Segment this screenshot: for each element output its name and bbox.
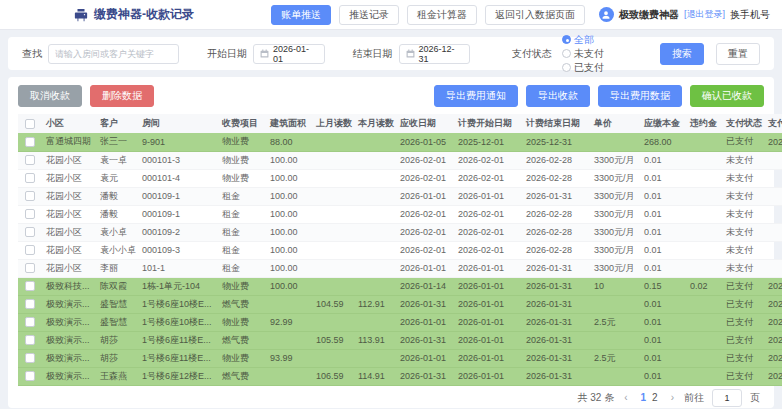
row-checkbox[interactable]: [25, 137, 35, 147]
radio-icon: [562, 63, 571, 72]
next-page-icon[interactable]: ›: [669, 392, 676, 403]
table-row: 花园小区李丽101-1租金100.002026-01-012026-01-012…: [18, 259, 782, 277]
end-date-label: 结束日期: [353, 47, 393, 61]
cell: 花园小区: [42, 241, 96, 259]
goto-page-input[interactable]: [712, 389, 742, 407]
cell: 物业费: [218, 349, 266, 367]
topbar-button[interactable]: 租金计算器: [407, 5, 477, 25]
calendar-icon: [406, 49, 415, 58]
cell: 2026-01-05: [396, 133, 454, 151]
radio-icon: [562, 49, 571, 58]
radio-icon: [562, 35, 571, 44]
toolbar-button[interactable]: 导出费用通知: [434, 85, 518, 107]
goto-label: 前往: [684, 391, 704, 405]
row-checkbox[interactable]: [25, 353, 35, 363]
cell: 2026-01-01: [454, 349, 522, 367]
cell: 胡莎: [96, 349, 138, 367]
cell: 3300元/月: [590, 169, 640, 187]
change-phone-link[interactable]: 换手机号: [730, 8, 770, 22]
toolbar-button[interactable]: 取消收款: [18, 85, 82, 107]
search-input[interactable]: [48, 44, 179, 64]
topbar-button[interactable]: 账单推送: [271, 5, 331, 25]
cell: 268.00: [640, 133, 686, 151]
end-date-input[interactable]: 2026-12-31: [399, 44, 471, 64]
cell: 2026-01-01: [454, 187, 522, 205]
radio-label: 全部: [574, 33, 594, 47]
page-number[interactable]: 1: [638, 392, 650, 403]
reset-button[interactable]: 重置: [716, 43, 760, 65]
row-checkbox[interactable]: [25, 335, 35, 345]
total-count: 共 32 条: [578, 391, 615, 405]
table-row: 富通城四期张三一9-901物业费88.002026-01-052025-12-0…: [18, 133, 782, 151]
table-row: 花园小区潘毅000109-1租金100.002026-02-012026-02-…: [18, 205, 782, 223]
cell: [590, 367, 640, 385]
page-number[interactable]: 2: [649, 392, 661, 403]
row-checkbox[interactable]: [25, 281, 35, 291]
topbar-button[interactable]: 推送记录: [339, 5, 399, 25]
cell: [764, 223, 782, 241]
cell-checkbox: [18, 331, 42, 349]
cell: 极致演示...: [42, 295, 96, 313]
cell: 2026-02-28: [522, 241, 590, 259]
topbar-button[interactable]: 返回引入数据页面: [485, 5, 585, 25]
search-button[interactable]: 搜索: [660, 43, 704, 65]
cell: 花园小区: [42, 187, 96, 205]
cell: [354, 277, 396, 295]
cell: 未支付: [722, 205, 764, 223]
cell: 93.99: [266, 349, 312, 367]
header-cell: 小区: [42, 114, 96, 133]
cell: 已支付: [722, 295, 764, 313]
cell: 1号楼6座10楼E...: [138, 313, 218, 331]
pay-status-radio[interactable]: 全部: [562, 33, 594, 47]
cell: 2026-02-01: [454, 169, 522, 187]
cell: 盛智慧: [96, 313, 138, 331]
cell: 2026-01-31: [522, 259, 590, 277]
header-cell: 收费项目: [218, 114, 266, 133]
cell: 0.01: [640, 205, 686, 223]
cell: 0.01: [640, 331, 686, 349]
toolbar-button[interactable]: 导出费用数据: [598, 85, 682, 107]
cell: 100.00: [266, 259, 312, 277]
row-checkbox[interactable]: [25, 245, 35, 255]
top-bar: 缴费神器-收款记录 账单推送推送记录租金计算器返回引入数据页面 极致缴费神器 […: [0, 0, 782, 30]
cell: 已支付: [722, 349, 764, 367]
row-checkbox[interactable]: [25, 191, 35, 201]
row-checkbox[interactable]: [25, 173, 35, 183]
cell-checkbox: [18, 277, 42, 295]
cell: [686, 241, 722, 259]
table-row: 极致演示...胡莎1号楼6座11楼E...物业费93.992026-01-012…: [18, 349, 782, 367]
toolbar-button[interactable]: 删除数据: [90, 85, 154, 107]
pay-status-group: 支付状态 全部未支付已支付: [512, 33, 632, 75]
row-checkbox[interactable]: [25, 155, 35, 165]
cell: [764, 151, 782, 169]
pay-status-radio[interactable]: 未支付: [562, 47, 604, 61]
cell-checkbox: [18, 241, 42, 259]
cell: 极致演示...: [42, 367, 96, 385]
pay-status-radio[interactable]: 已支付: [562, 61, 604, 75]
row-checkbox[interactable]: [25, 263, 35, 273]
user-avatar-icon: [599, 7, 614, 22]
toolbar-button[interactable]: 确认已收款: [690, 85, 764, 107]
cell: 100.00: [266, 205, 312, 223]
cell: 2026-01-31: [522, 331, 590, 349]
cell: 未支付: [722, 151, 764, 169]
cell: 0.01: [640, 313, 686, 331]
row-checkbox[interactable]: [25, 209, 35, 219]
toolbar-button[interactable]: 导出收款: [526, 85, 590, 107]
cell: 114.91: [354, 367, 396, 385]
row-checkbox[interactable]: [25, 299, 35, 309]
row-checkbox[interactable]: [25, 317, 35, 327]
cell: 100.00: [266, 223, 312, 241]
cell: 2026-01-16 09:11:40: [764, 349, 782, 367]
row-checkbox[interactable]: [25, 371, 35, 381]
start-date-input[interactable]: 2026-01-01: [253, 44, 325, 64]
row-checkbox[interactable]: [25, 227, 35, 237]
prev-page-icon[interactable]: ‹: [622, 392, 629, 403]
logout-link[interactable]: [退出登录]: [684, 8, 725, 21]
cell: 已支付: [722, 331, 764, 349]
cell: [354, 169, 396, 187]
cell: 0.01: [640, 187, 686, 205]
select-all-checkbox[interactable]: [25, 119, 35, 129]
header-cell: 违约金: [686, 114, 722, 133]
calendar-icon: [260, 49, 269, 58]
